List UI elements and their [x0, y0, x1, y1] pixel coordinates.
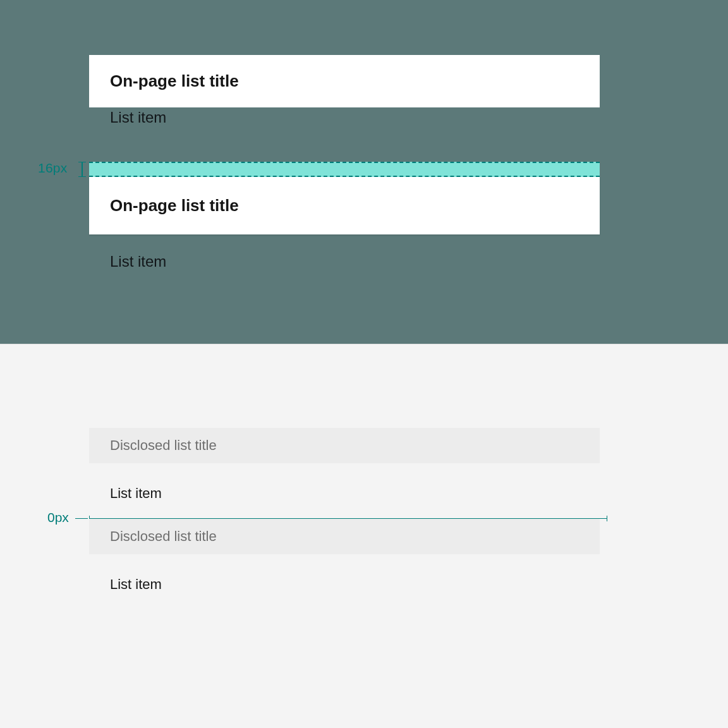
- spacing-annotation-band: [89, 162, 600, 177]
- spec-panel-disclosed: Disclosed list title List item 0px Discl…: [0, 344, 728, 728]
- onpage-list-title-text: On-page list title: [110, 196, 239, 215]
- list-item[interactable]: List item: [89, 567, 600, 602]
- disclosed-list-title[interactable]: Disclosed list title: [89, 428, 600, 463]
- list-item[interactable]: List item: [89, 91, 600, 143]
- list-item-label: List item: [110, 576, 162, 593]
- spacing-annotation-label: 0px: [47, 510, 69, 525]
- spacing-annotation-label: 16px: [38, 161, 67, 176]
- onpage-list-title: On-page list title: [89, 177, 600, 234]
- list-item[interactable]: List item: [89, 235, 600, 288]
- list-item-label: List item: [110, 253, 166, 270]
- disclosed-list-title-text: Disclosed list title: [110, 528, 217, 545]
- onpage-list-title-text: On-page list title: [110, 71, 239, 91]
- onpage-list-group-1: On-page list title List item: [89, 55, 600, 143]
- spec-panel-onpage: On-page list title List item 16px On-pag…: [0, 0, 728, 344]
- disclosed-list-title-text: Disclosed list title: [110, 437, 217, 454]
- list-item-label: List item: [110, 485, 162, 502]
- list-item-label: List item: [110, 109, 166, 126]
- spacing-bracket-icon: [78, 162, 87, 177]
- list-item[interactable]: List item: [89, 476, 600, 511]
- disclosed-list-title[interactable]: Disclosed list title: [89, 519, 600, 554]
- spacing-tick-icon: [75, 518, 88, 519]
